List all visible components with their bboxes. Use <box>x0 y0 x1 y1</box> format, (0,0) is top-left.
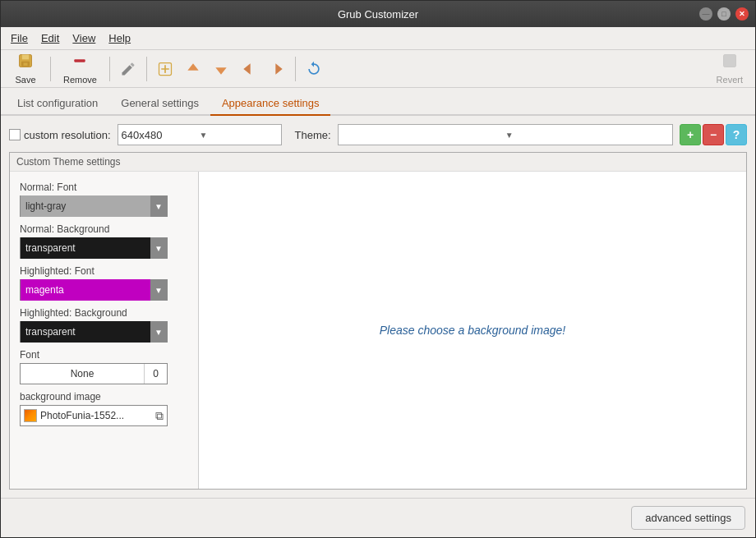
svg-rect-6 <box>723 55 735 67</box>
normal-font-arrow: ▼ <box>150 195 167 217</box>
toolbar-separator-4 <box>295 57 296 81</box>
tab-list-configuration[interactable]: List configuration <box>6 92 109 116</box>
highlighted-bg-label: Highlighted: Background <box>20 307 188 319</box>
theme-remove-button[interactable]: − <box>703 124 724 145</box>
remove-label: Remove <box>63 75 97 85</box>
normal-bg-label: Normal: Background <box>20 223 188 235</box>
advanced-settings-button[interactable]: advanced settings <box>631 506 745 530</box>
bg-image-copy-button[interactable]: ⧉ <box>155 409 164 423</box>
custom-theme-inner: Normal: Font light-gray ▼ Normal: Backgr… <box>10 172 746 489</box>
normal-font-label: Normal: Font <box>20 182 188 193</box>
menubar: File Edit View Help <box>1 27 755 50</box>
theme-help-button[interactable]: ? <box>726 124 747 145</box>
svg-rect-3 <box>24 63 28 66</box>
svg-rect-1 <box>22 55 29 60</box>
move-right-button[interactable] <box>264 56 290 82</box>
normal-bg-dropdown[interactable]: transparent ▼ <box>20 237 168 259</box>
svg-rect-4 <box>75 59 85 62</box>
window-title: Grub Customizer <box>57 8 699 21</box>
custom-theme-legend: Custom Theme settings <box>10 153 746 172</box>
theme-dropdown-arrow: ▼ <box>505 131 669 140</box>
toolbar-separator-3 <box>146 57 147 81</box>
bg-image-name: PhotoFunia-1552... <box>40 410 152 421</box>
normal-font-dropdown[interactable]: light-gray ▼ <box>20 195 168 217</box>
highlighted-font-arrow: ▼ <box>150 279 167 301</box>
save-button[interactable]: Save <box>6 49 45 88</box>
menu-help[interactable]: Help <box>102 29 137 48</box>
reload-button[interactable] <box>301 56 327 82</box>
bg-image-row[interactable]: PhotoFunia-1552... ⧉ <box>20 405 168 426</box>
bg-image-thumbnail <box>24 409 37 422</box>
main-content: custom resolution: 640x480 ▼ Theme: ▼ + … <box>1 116 755 498</box>
custom-resolution-label: custom resolution: <box>24 129 111 141</box>
minimize-button[interactable]: — <box>699 7 712 21</box>
toolbar-separator-2 <box>109 57 110 81</box>
custom-resolution-checkbox-wrapper: custom resolution: <box>9 129 111 141</box>
revert-label: Revert <box>717 75 743 85</box>
add-button[interactable] <box>152 56 178 82</box>
toolbar-separator-1 <box>50 57 51 81</box>
resolution-value: 640x480 <box>122 129 200 141</box>
theme-label: Theme: <box>295 129 331 141</box>
custom-theme-settings-box: Custom Theme settings Normal: Font light… <box>9 152 747 490</box>
main-window: Grub Customizer — □ ✕ File Edit View Hel… <box>0 0 756 538</box>
normal-bg-group: Normal: Background transparent ▼ <box>20 223 188 259</box>
titlebar-controls: — □ ✕ <box>699 7 749 21</box>
highlighted-font-swatch: magenta <box>21 279 150 301</box>
bg-image-group: background image PhotoFunia-1552... ⧉ <box>20 391 188 426</box>
menu-view[interactable]: View <box>66 29 102 48</box>
normal-bg-value: transparent <box>25 242 76 254</box>
normal-bg-swatch: transparent <box>21 237 150 259</box>
tabs-bar: List configuration General settings Appe… <box>1 88 755 116</box>
normal-font-group: Normal: Font light-gray ▼ <box>20 182 188 217</box>
toolbar: Save Remove <box>1 50 755 88</box>
tab-appearance-settings[interactable]: Appearance settings <box>210 92 331 116</box>
font-group: Font None 0 <box>20 349 188 384</box>
highlighted-font-dropdown[interactable]: magenta ▼ <box>20 279 168 301</box>
bottom-bar: advanced settings <box>1 498 755 537</box>
revert-icon <box>721 53 738 73</box>
theme-add-button[interactable]: + <box>680 124 701 145</box>
highlighted-font-group: Highlighted: Font magenta ▼ <box>20 265 188 301</box>
resolution-dropdown-arrow: ▼ <box>200 131 278 140</box>
normal-font-swatch: light-gray <box>21 195 150 217</box>
remove-icon <box>71 53 88 73</box>
remove-button[interactable]: Remove <box>56 49 104 88</box>
font-size-value: 0 <box>144 364 167 384</box>
settings-panel: Normal: Font light-gray ▼ Normal: Backgr… <box>10 172 199 489</box>
highlighted-font-value: magenta <box>25 284 64 296</box>
tab-general-settings[interactable]: General settings <box>109 92 210 116</box>
preview-placeholder-text: Please choose a background image! <box>380 324 565 337</box>
normal-bg-arrow: ▼ <box>150 237 167 259</box>
highlighted-font-label: Highlighted: Font <box>20 265 188 277</box>
bg-image-label: background image <box>20 391 188 402</box>
normal-font-value: light-gray <box>25 200 66 212</box>
highlighted-bg-dropdown[interactable]: transparent ▼ <box>20 321 168 343</box>
font-row[interactable]: None 0 <box>20 363 168 384</box>
menu-edit[interactable]: Edit <box>35 29 66 48</box>
menu-file[interactable]: File <box>4 29 35 48</box>
highlighted-bg-swatch: transparent <box>21 321 150 343</box>
resolution-dropdown[interactable]: 640x480 ▼ <box>118 124 282 145</box>
move-left-button[interactable] <box>236 56 262 82</box>
resolution-row: custom resolution: 640x480 ▼ Theme: ▼ + … <box>9 124 747 145</box>
highlighted-bg-group: Highlighted: Background transparent ▼ <box>20 307 188 343</box>
move-up-button[interactable] <box>180 56 206 82</box>
custom-resolution-checkbox[interactable] <box>9 129 21 140</box>
highlighted-bg-value: transparent <box>25 326 76 338</box>
font-name-value: None <box>21 368 144 379</box>
maximize-button[interactable]: □ <box>717 7 731 21</box>
close-button[interactable]: ✕ <box>735 7 749 21</box>
edit-button[interactable] <box>115 56 141 82</box>
font-label: Font <box>20 349 188 361</box>
highlighted-bg-arrow: ▼ <box>150 321 167 343</box>
revert-button[interactable]: Revert <box>709 49 750 88</box>
save-icon <box>17 53 34 73</box>
save-label: Save <box>15 75 35 85</box>
theme-dropdown[interactable]: ▼ <box>338 124 673 145</box>
preview-area: Please choose a background image! <box>199 172 746 489</box>
titlebar: Grub Customizer — □ ✕ <box>1 1 755 27</box>
theme-actions: + − ? <box>680 124 747 145</box>
move-down-button[interactable] <box>208 56 234 82</box>
